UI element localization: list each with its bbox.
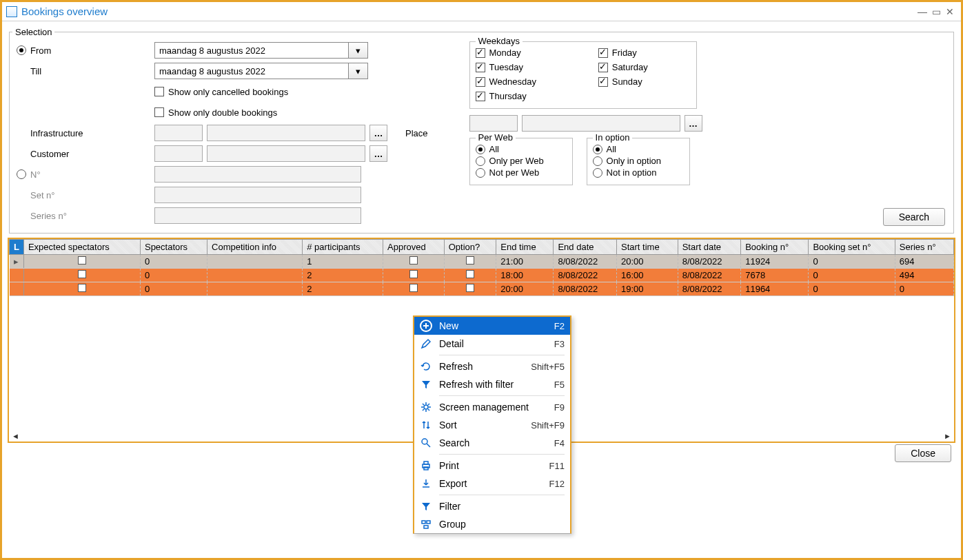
table-cell[interactable]: 2 — [303, 269, 383, 282]
maximize-button[interactable]: ▭ — [929, 6, 943, 17]
inoption-radio-0[interactable] — [593, 145, 602, 154]
table-cell[interactable] — [23, 282, 140, 296]
weekday-checkbox-sunday[interactable] — [598, 77, 608, 87]
seriesn-input[interactable] — [154, 207, 361, 224]
menu-item-detail[interactable]: Detail F3 — [414, 335, 570, 353]
table-cell[interactable]: 8/08/2022 — [554, 269, 617, 282]
table-cell[interactable] — [207, 255, 303, 269]
customer-code-input[interactable] — [154, 145, 203, 162]
table-corner[interactable]: L — [10, 240, 24, 255]
double-checkbox[interactable] — [154, 107, 164, 117]
table-cell[interactable]: 1 — [303, 255, 383, 269]
row-header[interactable]: ▸ — [10, 255, 24, 269]
column-header[interactable]: End date — [554, 240, 617, 255]
place-name-input[interactable] — [522, 115, 680, 132]
table-cell[interactable]: 11964 — [741, 282, 809, 296]
table-cell[interactable]: 19:00 — [616, 282, 678, 296]
table-cell[interactable] — [23, 255, 140, 269]
infrastructure-code-input[interactable] — [154, 125, 203, 141]
column-header[interactable]: End time — [496, 240, 554, 255]
row-header[interactable] — [10, 282, 24, 296]
scroll-right-icon[interactable]: ► — [944, 432, 951, 440]
approved-checkbox[interactable] — [409, 284, 418, 292]
inoption-radio-2[interactable] — [593, 168, 602, 178]
cancelled-checkbox[interactable] — [154, 87, 164, 96]
expected-spectators-checkbox[interactable] — [78, 256, 86, 265]
table-cell[interactable]: 0 — [895, 282, 953, 296]
table-cell[interactable]: 494 — [895, 269, 953, 282]
column-header[interactable]: Expected spectators — [23, 240, 140, 255]
infrastructure-browse-button[interactable]: … — [369, 125, 387, 141]
from-date-dropdown-icon[interactable]: ▾ — [348, 43, 367, 58]
close-button-bottom[interactable]: Close — [895, 444, 951, 462]
menu-item-refresh[interactable]: Refresh Shift+F5 — [414, 357, 570, 375]
approved-checkbox[interactable] — [409, 256, 418, 265]
inoption-radio-1[interactable] — [593, 156, 602, 166]
close-button[interactable]: ✕ — [943, 6, 957, 17]
menu-item-sort[interactable]: Sort Shift+F9 — [414, 416, 570, 434]
table-cell[interactable]: 21:00 — [496, 255, 554, 269]
option-checkbox[interactable] — [466, 256, 474, 265]
results-table[interactable]: LExpected spectatorsSpectatorsCompetitio… — [9, 239, 954, 296]
table-cell[interactable]: 694 — [895, 255, 953, 269]
column-header[interactable]: # participants — [303, 240, 383, 255]
menu-item-print[interactable]: Print F11 — [414, 457, 570, 475]
from-radio[interactable] — [17, 45, 26, 55]
till-date-dropdown-icon[interactable]: ▾ — [348, 63, 367, 79]
table-cell[interactable] — [444, 282, 496, 296]
table-row[interactable]: ▸0121:008/08/202220:008/08/2022119240694 — [10, 255, 954, 269]
option-checkbox[interactable] — [466, 270, 474, 278]
table-cell[interactable]: 20:00 — [616, 255, 678, 269]
place-browse-button[interactable]: … — [685, 115, 702, 132]
table-cell[interactable]: 8/08/2022 — [554, 255, 617, 269]
table-cell[interactable] — [23, 269, 140, 282]
menu-item-search[interactable]: Search F4 — [414, 434, 570, 452]
perweb-radio-1[interactable] — [476, 156, 485, 166]
option-checkbox[interactable] — [466, 284, 474, 292]
n-input[interactable] — [154, 166, 361, 183]
weekday-checkbox-thursday[interactable] — [476, 92, 485, 101]
setn-input[interactable] — [154, 187, 361, 203]
table-cell[interactable] — [207, 269, 303, 282]
menu-item-group[interactable]: Group — [414, 515, 570, 533]
table-cell[interactable]: 0 — [809, 269, 895, 282]
table-cell[interactable]: 7678 — [741, 269, 809, 282]
weekday-checkbox-tuesday[interactable] — [476, 63, 485, 72]
column-header[interactable]: Booking n° — [741, 240, 809, 255]
weekday-checkbox-saturday[interactable] — [598, 63, 608, 72]
table-cell[interactable]: 0 — [140, 255, 207, 269]
from-date-field[interactable]: maandag 8 augustus 2022 ▾ — [154, 42, 368, 59]
scroll-left-icon[interactable]: ◄ — [12, 432, 19, 440]
table-cell[interactable]: 18:00 — [496, 269, 554, 282]
weekday-checkbox-wednesday[interactable] — [476, 77, 485, 87]
menu-item-refresh-with-filter[interactable]: Refresh with filter F5 — [414, 375, 570, 393]
expected-spectators-checkbox[interactable] — [78, 284, 86, 292]
column-header[interactable]: Approved — [383, 240, 445, 255]
table-cell[interactable]: 2 — [303, 282, 383, 296]
menu-item-screen-management[interactable]: Screen management F9 — [414, 398, 570, 416]
column-header[interactable]: Option? — [444, 240, 496, 255]
column-header[interactable]: Spectators — [140, 240, 207, 255]
table-cell[interactable]: 16:00 — [616, 269, 678, 282]
table-row[interactable]: 0218:008/08/202216:008/08/202276780494 — [10, 269, 954, 282]
perweb-radio-2[interactable] — [476, 168, 485, 178]
table-cell[interactable]: 20:00 — [496, 282, 554, 296]
table-cell[interactable]: 8/08/2022 — [554, 282, 617, 296]
column-header[interactable]: Booking set n° — [809, 240, 895, 255]
minimize-button[interactable]: — — [915, 6, 929, 17]
menu-item-export[interactable]: Export F12 — [414, 475, 570, 492]
table-cell[interactable]: 8/08/2022 — [678, 282, 741, 296]
place-code-input[interactable] — [469, 115, 518, 132]
weekday-checkbox-monday[interactable] — [476, 48, 485, 58]
table-cell[interactable]: 0 — [809, 255, 895, 269]
menu-item-filter[interactable]: Filter — [414, 497, 570, 515]
n-radio[interactable] — [17, 169, 26, 179]
customer-name-input[interactable] — [207, 145, 365, 162]
infrastructure-name-input[interactable] — [207, 125, 365, 141]
menu-item-new[interactable]: New F2 — [414, 317, 570, 335]
column-header[interactable]: Start time — [616, 240, 678, 255]
table-cell[interactable] — [444, 255, 496, 269]
table-cell[interactable]: 0 — [809, 282, 895, 296]
table-cell[interactable]: 11924 — [741, 255, 809, 269]
column-header[interactable]: Start date — [678, 240, 741, 255]
